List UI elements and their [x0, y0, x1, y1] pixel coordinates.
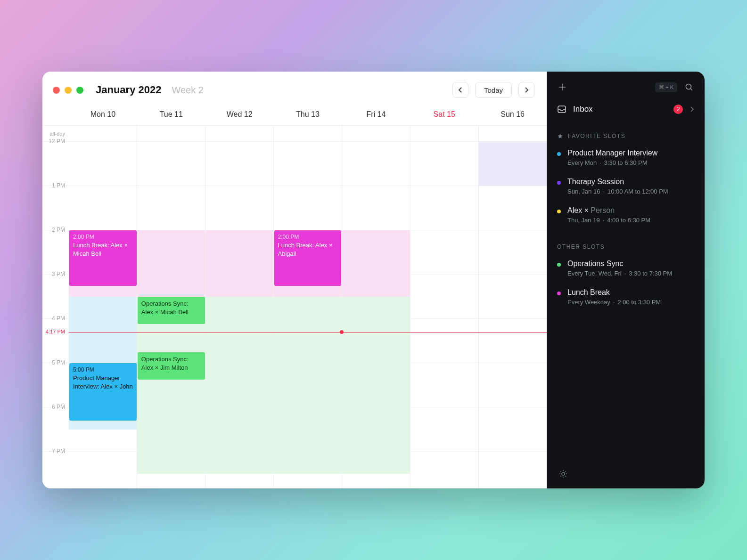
- hour-label: 3 PM: [42, 271, 69, 315]
- color-dot: [557, 152, 561, 156]
- day-header[interactable]: Mon 10: [69, 106, 137, 125]
- slot-subtitle: Every Mon·3:30 to 6:30 PM: [567, 159, 657, 166]
- day-header[interactable]: Tue 11: [137, 106, 205, 125]
- slot-subtitle: Every Tue, Wed, Fri·3:30 to 7:30 PM: [567, 270, 672, 277]
- gear-icon: [558, 469, 568, 479]
- slot-item[interactable]: Lunch BreakEvery Weekday·2:00 to 3:30 PM: [547, 284, 705, 312]
- slot-item[interactable]: Alex × PersonThu, Jan 19·4:00 to 6:30 PM: [547, 202, 705, 230]
- day-header[interactable]: Sun 16: [478, 106, 547, 125]
- slot-title: Lunch Break: [567, 288, 661, 297]
- inbox-label: Inbox: [573, 105, 667, 114]
- now-label: 4:17 PM: [42, 329, 69, 334]
- other-slots-list: Operations SyncEvery Tue, Wed, Fri·3:30 …: [547, 255, 705, 312]
- maximize-window[interactable]: [76, 87, 83, 94]
- calendar-main: January 2022 Week 2 Today Mon 10Tue 11We…: [42, 72, 547, 488]
- hours-grid: 2:00 PMLunch Break: Alex × Micah Bell5:0…: [42, 142, 547, 488]
- hour-label: 4 PM: [42, 315, 69, 359]
- hour-label: 2 PM: [42, 227, 69, 270]
- settings-button[interactable]: [557, 468, 569, 480]
- search-icon: [685, 83, 693, 91]
- sidebar-footer: [547, 459, 705, 488]
- slot-subtitle: Thu, Jan 19·4:00 to 6:30 PM: [567, 217, 650, 224]
- slot-title: Therapy Session: [567, 178, 668, 186]
- window-controls: [53, 87, 83, 94]
- close-window[interactable]: [53, 87, 60, 94]
- search-button[interactable]: [683, 81, 695, 93]
- keyboard-shortcut: ⌘ + K: [655, 82, 677, 92]
- slot-item[interactable]: Product Manager InterviewEvery Mon·3:30 …: [547, 144, 705, 173]
- favorite-slots-header: FAVORITE SLOTS: [547, 125, 705, 144]
- slot-item[interactable]: Operations SyncEvery Tue, Wed, Fri·3:30 …: [547, 255, 705, 284]
- favorite-slots-list: Product Manager InterviewEvery Mon·3:30 …: [547, 144, 705, 230]
- hour-label: 5 PM: [42, 359, 69, 403]
- star-icon: [557, 133, 563, 139]
- color-dot: [557, 292, 561, 295]
- sidebar: ⌘ + K Inbox 2 FAVORITE SLOTS Product Man…: [547, 72, 705, 488]
- inbox-row[interactable]: Inbox 2: [547, 100, 705, 125]
- hour-label: 7 PM: [42, 448, 69, 488]
- add-button[interactable]: [556, 81, 568, 93]
- color-dot: [557, 210, 561, 213]
- prev-week-button[interactable]: [452, 82, 468, 98]
- svg-point-0: [686, 84, 691, 89]
- hour-label: 6 PM: [42, 404, 69, 447]
- plus-icon: [558, 83, 566, 91]
- hour-label: 1 PM: [42, 182, 69, 226]
- week-subtitle: Week 2: [172, 85, 203, 96]
- svg-point-2: [562, 472, 565, 475]
- day-header[interactable]: Thu 13: [274, 106, 342, 125]
- header: January 2022 Week 2 Today: [42, 72, 547, 106]
- day-header[interactable]: Fri 14: [342, 106, 410, 125]
- allday-cells: [69, 126, 547, 141]
- slot-item[interactable]: Therapy SessionSun, Jan 16·10:00 AM to 1…: [547, 173, 705, 202]
- hour-label: 12 PM: [42, 138, 69, 182]
- today-button[interactable]: Today: [475, 82, 512, 98]
- calendar-grid[interactable]: all-day 2:00 PMLunch Break: Alex × Micah…: [42, 125, 547, 488]
- app-window: January 2022 Week 2 Today Mon 10Tue 11We…: [42, 72, 705, 488]
- inbox-icon: [557, 105, 566, 114]
- now-dot: [340, 330, 344, 334]
- color-dot: [557, 263, 561, 267]
- chevron-right-icon: [690, 106, 694, 112]
- month-title: January 2022: [96, 84, 161, 96]
- sidebar-header: ⌘ + K: [547, 72, 705, 100]
- inbox-badge: 2: [673, 105, 683, 114]
- other-slots-header: OTHER SLOTS: [547, 230, 705, 255]
- day-header[interactable]: Wed 12: [205, 106, 274, 125]
- day-header[interactable]: Sat 15: [410, 106, 478, 125]
- color-dot: [557, 181, 561, 185]
- minimize-window[interactable]: [65, 87, 72, 94]
- slot-title: Alex × Person: [567, 206, 650, 215]
- allday-row: all-day: [42, 126, 547, 142]
- chevron-right-icon: [524, 87, 529, 93]
- slot-subtitle: Every Weekday·2:00 to 3:30 PM: [567, 299, 661, 306]
- chevron-left-icon: [458, 87, 463, 93]
- day-headers: Mon 10Tue 11Wed 12Thu 13Fri 14Sat 15Sun …: [42, 106, 547, 125]
- slot-subtitle: Sun, Jan 16·10:00 AM to 12:00 PM: [567, 188, 668, 195]
- svg-rect-1: [558, 106, 566, 113]
- slot-title: Product Manager Interview: [567, 149, 657, 157]
- slot-title: Operations Sync: [567, 260, 672, 268]
- now-line: 4:17 PM: [42, 332, 547, 333]
- next-week-button[interactable]: [518, 82, 534, 98]
